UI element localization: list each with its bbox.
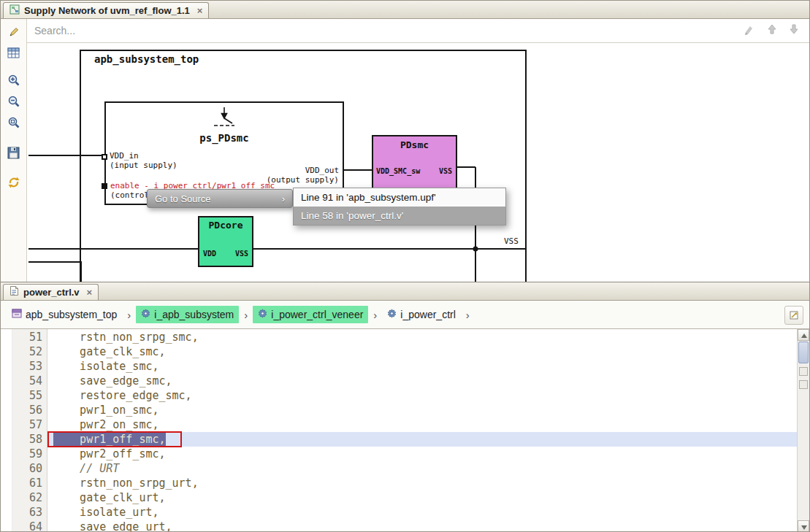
code-line-61[interactable]: rstn_non_srpg_urt, <box>47 476 797 490</box>
submenu-arrow-icon: › <box>282 193 285 204</box>
previous-arrow-icon[interactable] <box>767 23 777 38</box>
code-line-54[interactable]: save_edge_smc, <box>47 374 797 388</box>
breadcrumb-label: apb_subsystem_top <box>26 309 117 320</box>
port-vss: VSS <box>235 250 248 258</box>
tab-title: power_ctrl.v <box>23 287 80 298</box>
save-icon[interactable] <box>4 143 23 162</box>
overview-marker <box>799 367 808 376</box>
close-tab-icon[interactable]: × <box>87 287 93 298</box>
line-number: 59 <box>12 447 42 461</box>
zoom-in-icon[interactable] <box>4 71 23 90</box>
scroll-down-icon[interactable] <box>798 520 809 532</box>
line-number: 62 <box>12 490 42 505</box>
verilog-file-icon <box>9 285 19 298</box>
application-window: Supply Network of uvm_ref_flow_1.1 × <box>0 0 810 532</box>
module-icon <box>12 309 22 320</box>
breadcrumb-separator-icon: › <box>126 309 131 321</box>
breadcrumb-separator-icon: › <box>372 309 378 321</box>
breadcrumb-separator-icon: › <box>465 309 470 321</box>
line-number: 60 <box>12 461 42 476</box>
close-tab-icon[interactable]: × <box>197 5 203 16</box>
breadcrumb-item-i_power_ctrl_veneer[interactable]: i_power_ctrl_veneer <box>253 306 368 323</box>
submenu-item[interactable]: Line 91 in 'apb_subsystem.upf' <box>294 188 505 207</box>
context-menu-go-to-source[interactable]: Go to Source › <box>147 189 293 208</box>
line-number: 56 <box>12 403 42 417</box>
zoom-out-icon[interactable] <box>4 92 23 111</box>
breadcrumb-label: i_power_ctrl_veneer <box>271 309 363 320</box>
tab-power-ctrl-v[interactable]: power_ctrl.v × <box>3 284 99 300</box>
next-arrow-icon[interactable] <box>789 23 799 38</box>
line-number: 64 <box>12 520 42 532</box>
power-domain-pdcore[interactable]: PDcore VDD VSS <box>198 216 253 267</box>
code-line-52[interactable]: gate_clk_smc, <box>47 344 797 359</box>
breadcrumb-separator-icon: › <box>243 309 248 321</box>
tab-supply-network[interactable]: Supply Network of uvm_ref_flow_1.1 × <box>3 2 209 18</box>
code-line-51[interactable]: rstn_non_srpg_smc, <box>47 330 797 344</box>
line-number: 57 <box>12 417 42 432</box>
port-vdd-out: VDD_out <box>305 166 339 175</box>
code-line-55[interactable]: restore_edge_smc, <box>47 388 797 403</box>
menu-item-label: Go to Source <box>155 193 211 204</box>
search-bar <box>27 19 809 43</box>
diagram-canvas[interactable]: apb_subsystem_top ps_PDsmc VDD_in (input… <box>27 43 809 282</box>
code-line-63[interactable]: isolate_urt, <box>47 505 797 520</box>
source-editor-view: power_ctrl.v × apb_subsystem_top›i_apb_s… <box>1 282 809 532</box>
net-label-vss: VSS <box>504 236 519 246</box>
code-line-64[interactable]: save_edge_urt, <box>47 520 797 532</box>
code-line-59[interactable]: pwr2_off_smc, <box>47 447 797 461</box>
code-line-56[interactable]: pwr1_on_smc, <box>47 403 797 417</box>
line-number: 52 <box>12 344 42 359</box>
code-line-53[interactable]: isolate_smc, <box>47 359 797 374</box>
diagram-toolbar <box>1 19 27 282</box>
selected-text: pwr1_off_smc, <box>53 433 166 446</box>
search-input[interactable] <box>34 25 743 36</box>
hierarchy-breadcrumb: apb_subsystem_top›i_apb_subsystem›i_powe… <box>1 301 809 329</box>
control-port-square <box>102 183 107 189</box>
power-switch-icon <box>210 106 239 134</box>
link-with-editor-button[interactable] <box>784 306 803 325</box>
instance-gear-icon <box>258 309 267 320</box>
supply-network-view: Supply Network of uvm_ref_flow_1.1 × <box>1 1 809 282</box>
edit-icon[interactable] <box>4 23 23 42</box>
tab-title: Supply Network of uvm_ref_flow_1.1 <box>24 5 190 16</box>
breadcrumb-label: i_power_ctrl <box>400 309 455 320</box>
port-vdd: VDD <box>203 250 216 258</box>
breadcrumb-item-apb_subsystem_top[interactable]: apb_subsystem_top <box>7 306 122 323</box>
node-title: PDsmc <box>373 139 456 150</box>
instance-gear-icon <box>387 309 397 320</box>
submenu-item[interactable]: Line 58 in 'power_ctrl.v' <box>294 207 505 225</box>
power-domain-pdsmc[interactable]: PDsmc VDD_SMC_sw VSS <box>372 135 457 190</box>
port-vdd-out-sub: (output supply) <box>267 175 339 185</box>
port-vdd-in: VDD_in <box>110 151 139 161</box>
code-area[interactable]: rstn_non_srpg_smc, gate_clk_smc, isolate… <box>47 329 797 532</box>
code-line-62[interactable]: gate_clk_urt, <box>47 490 797 505</box>
zoom-fit-icon[interactable] <box>4 113 23 132</box>
scrollbar-thumb[interactable] <box>798 342 809 363</box>
breadcrumb-item-i_apb_subsystem[interactable]: i_apb_subsystem <box>136 306 239 323</box>
line-number-gutter: 5152535455565758596061626364 <box>12 329 47 532</box>
line-number: 55 <box>12 388 42 403</box>
port-vdd-smc-sw: VDD_SMC_sw <box>376 167 420 175</box>
bottom-tabbar: power_ctrl.v × <box>1 282 809 301</box>
instance-gear-icon <box>141 309 150 320</box>
supply-network-icon <box>9 4 20 17</box>
module-title: apb_subsystem_top <box>94 53 525 65</box>
breadcrumb-item-i_power_ctrl[interactable]: i_power_ctrl <box>382 306 460 323</box>
port-vss: VSS <box>439 167 452 175</box>
highlight-icon[interactable] <box>743 23 755 39</box>
code-line-60[interactable]: // URT <box>47 461 797 476</box>
code-line-57[interactable]: pwr2_on_smc, <box>47 417 797 432</box>
annotation-ruler <box>1 329 12 532</box>
port-vdd-in-sub: (input supply) <box>110 161 177 170</box>
code-line-58[interactable]: pwr1_off_smc, <box>47 432 797 447</box>
scroll-up-icon[interactable] <box>798 329 809 341</box>
editor-scrollbar[interactable] <box>797 329 809 532</box>
code-editor[interactable]: 5152535455565758596061626364 rstn_non_sr… <box>1 329 809 532</box>
line-number: 58 <box>12 432 42 447</box>
line-number: 61 <box>12 476 42 490</box>
top-tabbar: Supply Network of uvm_ref_flow_1.1 × <box>1 1 809 19</box>
line-number: 51 <box>12 330 42 344</box>
refresh-icon[interactable] <box>4 173 23 192</box>
line-number: 54 <box>12 374 42 388</box>
table-view-icon[interactable] <box>4 44 23 63</box>
